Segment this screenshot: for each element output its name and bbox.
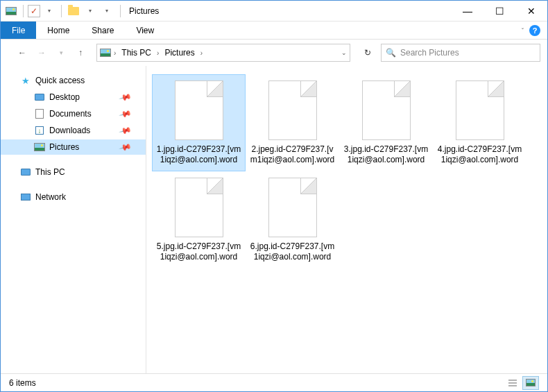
minimize-ribbon-icon[interactable]: ˇ [522,27,524,34]
file-name: 6.jpg.id-C279F237.[vm1iqzi@aol.com].word [249,241,336,262]
file-item[interactable]: 1.jpg.id-C279F237.[vm1iqzi@aol.com].word [152,74,246,171]
sidebar-item-documents[interactable]: Documents📌 [1,106,146,121]
down-icon: ↓ [34,125,45,136]
forward-button[interactable]: → [34,45,49,60]
details-view-button[interactable] [504,376,521,390]
pic-icon [34,142,45,153]
pin-icon: 📌 [119,140,132,154]
location-icon [100,49,111,57]
computer-icon [20,167,31,178]
file-item[interactable]: 6.jpg.id-C279F237.[vm1iqzi@aol.com].word [246,171,339,269]
recent-locations-icon[interactable]: ▾ [53,45,69,60]
quick-access-toolbar: ✓ ▾ ▾ ▾ [1,3,117,19]
breadcrumb-pictures[interactable]: Pictures [162,48,197,58]
sidebar-item-desktop[interactable]: Desktop📌 [1,90,146,105]
title-bar: ✓ ▾ ▾ ▾ Pictures — ☐ ✕ [1,1,547,22]
thumbnails-view-button[interactable] [522,376,539,390]
file-item[interactable]: 2.jpeg.id-C279F237.[vm1iqzi@aol.com].wor… [246,74,339,171]
help-icon[interactable]: ? [529,25,540,36]
file-icon [175,178,223,237]
body: ★ Quick access Desktop📌Documents📌↓Downlo… [1,66,547,373]
qat-dropdown-icon[interactable]: ▾ [42,3,57,19]
file-name: 3.jpg.id-C279F237.[vm1iqzi@aol.com].word [343,144,429,165]
back-button[interactable]: ← [15,45,30,60]
file-icon [456,80,504,140]
search-input[interactable]: 🔍 Search Pictures [381,44,540,62]
sidebar-item-label: Desktop [49,92,80,102]
chevron-right-icon[interactable]: › [199,49,204,57]
pin-icon: 📌 [119,107,132,121]
overflow-icon[interactable]: ▾ [99,3,114,19]
thumbnail-icon [526,379,536,386]
separator [61,5,62,17]
sidebar-item-label: Documents [49,109,92,119]
chevron-right-icon[interactable]: › [155,49,160,57]
file-menu[interactable]: File [1,22,36,39]
sidebar-item-label: Downloads [49,126,90,135]
close-button[interactable]: ✕ [515,1,547,22]
item-count: 6 items [9,378,36,388]
sidebar-item-label: Pictures [49,142,79,152]
file-name: 2.jpeg.id-C279F237.[vm1iqzi@aol.com].wor… [249,144,336,165]
minimize-button[interactable]: — [452,1,483,22]
chevron-right-icon[interactable]: › [112,49,117,57]
separator [120,5,121,17]
file-item[interactable]: 4.jpg.id-C279F237.[vm1iqzi@aol.com].word [433,74,526,171]
navigation-bar: ← → ▾ ↑ › This PC › Pictures › ⌄ ↻ 🔍 Sea… [1,40,547,66]
window-title: Pictures [129,6,159,16]
file-name: 1.jpg.id-C279F237.[vm1iqzi@aol.com].word [155,144,242,165]
sidebar-item-pictures[interactable]: Pictures📌 [1,139,146,155]
search-icon: 🔍 [386,48,396,58]
star-icon: ★ [20,75,31,86]
file-list[interactable]: 1.jpg.id-C279F237.[vm1iqzi@aol.com].word… [146,66,547,373]
maximize-button[interactable]: ☐ [483,1,515,22]
navigation-pane: ★ Quick access Desktop📌Documents📌↓Downlo… [1,66,146,373]
properties-icon[interactable]: ✓ [28,5,40,17]
list-icon [508,379,517,387]
up-button[interactable]: ↑ [73,45,88,60]
tab-share[interactable]: Share [80,22,125,39]
status-bar: 6 items [1,373,547,391]
pin-icon: 📌 [119,90,132,104]
window-controls: — ☐ ✕ [452,1,547,22]
sidebar-item-label: This PC [35,167,65,177]
file-icon [175,80,223,140]
network-icon [20,191,31,203]
sidebar-this-pc[interactable]: This PC [1,164,146,180]
tab-home[interactable]: Home [36,22,80,39]
sidebar-network[interactable]: Network [1,189,146,205]
pin-icon: 📌 [119,123,132,137]
file-icon [268,80,317,140]
file-name: 4.jpg.id-C279F237.[vm1iqzi@aol.com].word [436,144,523,165]
doc-icon [34,108,45,119]
breadcrumb-this-pc[interactable]: This PC [119,48,154,58]
qat-dropdown-icon[interactable]: ▾ [83,3,98,19]
file-item[interactable]: 5.jpg.id-C279F237.[vm1iqzi@aol.com].word [152,171,246,269]
file-item[interactable]: 3.jpg.id-C279F237.[vm1iqzi@aol.com].word [339,74,433,171]
address-dropdown-icon[interactable]: ⌄ [341,49,347,56]
separator [23,5,24,17]
refresh-button[interactable]: ↻ [359,44,377,62]
address-bar[interactable]: › This PC › Pictures › ⌄ [96,44,350,62]
file-icon [362,80,411,140]
monitor-icon [34,92,45,103]
sidebar-quick-access[interactable]: ★ Quick access [1,73,146,88]
search-placeholder: Search Pictures [400,48,459,58]
sidebar-item-label: Network [35,192,66,202]
app-icon[interactable] [3,3,19,19]
tab-view[interactable]: View [125,22,165,39]
folder-icon[interactable] [66,3,81,19]
sidebar-item-downloads[interactable]: ↓Downloads📌 [1,123,146,138]
file-icon [268,178,317,237]
ribbon: File Home Share View ˇ ? [1,22,547,40]
sidebar-item-label: Quick access [35,76,85,85]
file-name: 5.jpg.id-C279F237.[vm1iqzi@aol.com].word [155,241,242,262]
